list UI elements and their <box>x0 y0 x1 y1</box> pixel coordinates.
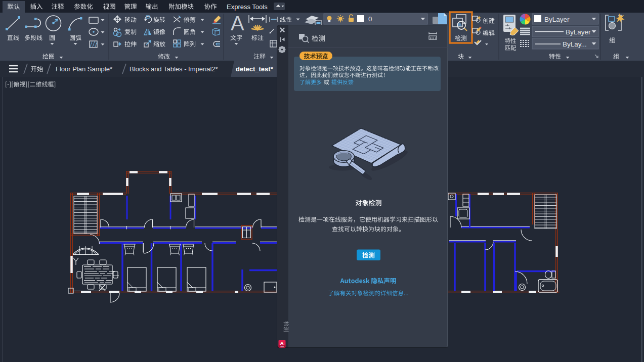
svg-text:A: A <box>280 340 284 346</box>
svg-text:CAD: CAD <box>280 346 284 348</box>
